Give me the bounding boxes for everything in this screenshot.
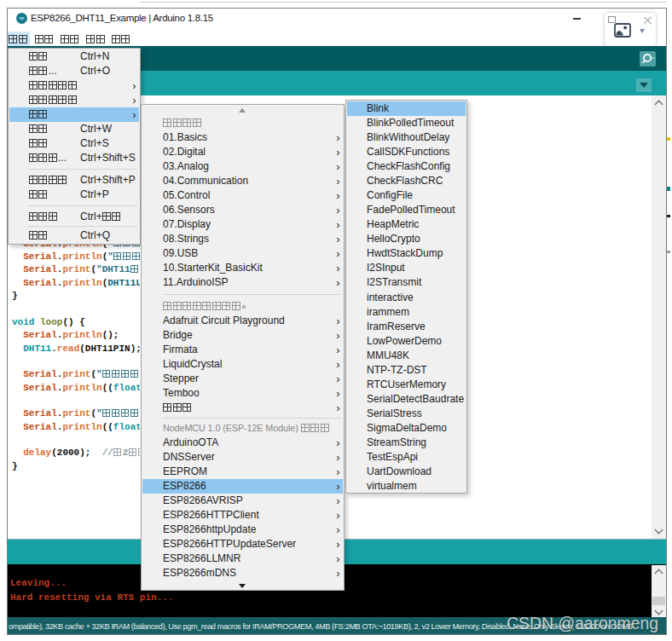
- svg-text:∞: ∞: [20, 14, 25, 22]
